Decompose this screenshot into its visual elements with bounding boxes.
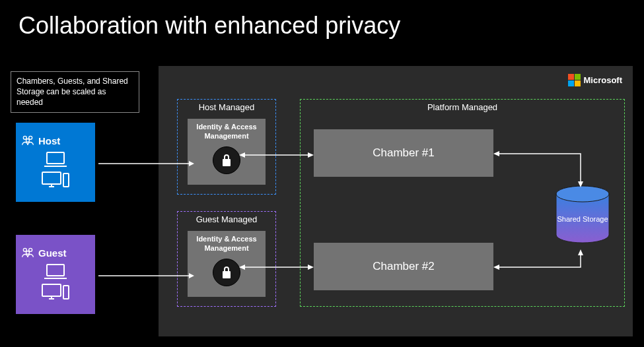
svg-rect-9 (47, 265, 64, 276)
microsoft-icon (568, 74, 581, 86)
svg-marker-25 (578, 181, 583, 187)
guest-iam-label: Identity & Access Management (188, 235, 266, 253)
svg-point-8 (26, 251, 30, 255)
people-icon (21, 135, 34, 146)
svg-marker-15 (189, 161, 194, 166)
svg-marker-20 (189, 273, 194, 278)
chamber-1: Chamber #1 (314, 129, 493, 177)
lock-icon (213, 259, 240, 286)
svg-rect-11 (63, 286, 69, 299)
host-party: Host (16, 123, 95, 202)
svg-marker-18 (308, 152, 314, 158)
svg-rect-4 (42, 172, 61, 184)
page-title: Collaboration with enhanced privacy (18, 12, 400, 40)
arrow-host-to-iam (95, 160, 194, 167)
microsoft-logo: Microsoft (568, 74, 623, 86)
arrow-iam-chamber2 (239, 263, 314, 272)
svg-point-1 (29, 136, 32, 139)
laptop-icon (42, 150, 69, 169)
guest-managed-box: Guest Managed Identity & Access Manageme… (177, 211, 276, 307)
svg-point-6 (23, 248, 26, 251)
chamber-2: Chamber #2 (314, 243, 493, 290)
svg-rect-5 (63, 174, 69, 187)
storage-label: Shared Storage (554, 215, 612, 224)
arrow-chamber2-storage (493, 249, 586, 272)
arrow-iam-chamber1 (239, 150, 314, 160)
host-label: Host (38, 135, 60, 146)
laptop-icon (42, 263, 69, 281)
brand-name: Microsoft (584, 75, 623, 85)
svg-rect-10 (42, 284, 61, 296)
desktop-icon (40, 170, 71, 190)
platform-title: Platform Managed (301, 102, 624, 112)
desktop-icon (40, 282, 71, 302)
guest-managed-title: Guest Managed (196, 214, 258, 224)
svg-marker-23 (308, 265, 314, 270)
host-managed-box: Host Managed Identity & Access Managemen… (177, 99, 276, 195)
svg-marker-27 (578, 249, 583, 255)
svg-point-7 (29, 248, 32, 251)
arrow-guest-to-iam (95, 272, 194, 279)
svg-marker-24 (493, 151, 499, 156)
svg-rect-3 (47, 152, 64, 164)
guest-label: Guest (38, 247, 67, 259)
host-managed-title: Host Managed (199, 102, 255, 112)
svg-marker-22 (239, 265, 245, 270)
people-icon (21, 247, 34, 259)
svg-marker-26 (493, 265, 499, 270)
host-iam-label: Identity & Access Management (188, 123, 266, 141)
svg-point-2 (26, 139, 30, 142)
lock-icon (213, 146, 240, 174)
svg-point-0 (23, 136, 26, 139)
arrow-chamber1-storage (493, 149, 586, 189)
shared-storage: Shared Storage (554, 185, 612, 251)
svg-marker-17 (239, 152, 245, 158)
scale-note: Chambers, Guests, and Shared Storage can… (11, 71, 139, 113)
guest-party: Guest (16, 235, 95, 314)
